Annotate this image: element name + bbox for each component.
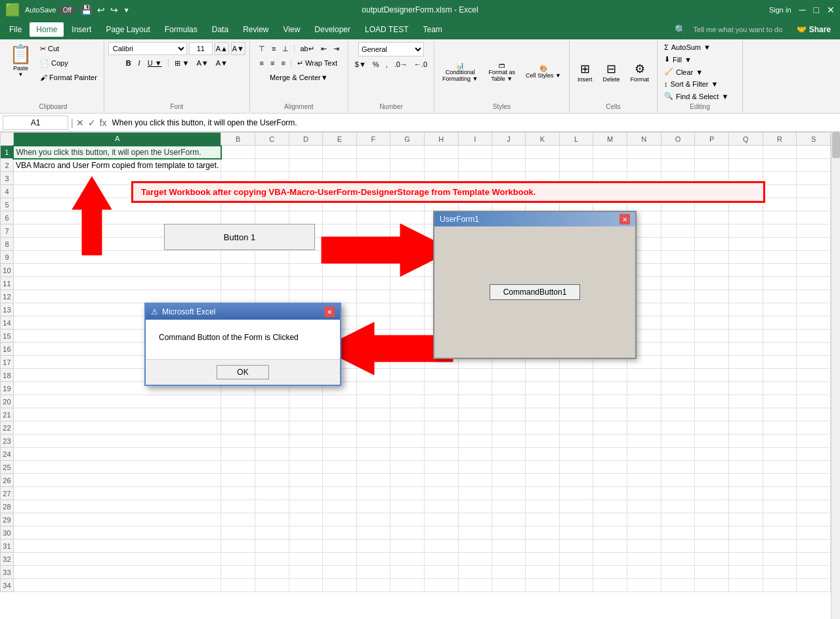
cell-Q23[interactable] — [728, 435, 763, 448]
cell-A34[interactable] — [13, 579, 220, 592]
col-header-N[interactable]: N — [627, 133, 661, 146]
cell-O25[interactable] — [661, 461, 695, 474]
cell-F2[interactable] — [356, 159, 390, 172]
command-button-1[interactable]: CommandButton1 — [490, 284, 581, 300]
cell-Q25[interactable] — [728, 461, 763, 474]
cell-S7[interactable] — [797, 224, 831, 238]
cell-C20[interactable] — [255, 395, 289, 408]
cell-J19[interactable] — [492, 382, 525, 395]
cell-N24[interactable] — [627, 448, 661, 461]
cell-I20[interactable] — [458, 395, 492, 408]
cell-P11[interactable] — [695, 277, 729, 290]
cell-O9[interactable] — [661, 251, 695, 264]
cell-C21[interactable] — [255, 408, 289, 421]
cell-S9[interactable] — [797, 251, 831, 264]
cell-E24[interactable] — [323, 448, 357, 461]
row-header-14[interactable]: 14 — [1, 316, 14, 330]
cell-B27[interactable] — [221, 487, 255, 500]
format-button[interactable]: ⚙ Format — [626, 60, 653, 84]
cell-E26[interactable] — [323, 474, 357, 487]
format-as-table-button[interactable]: 🗃 Format asTable ▼ — [484, 60, 519, 84]
cell-E32[interactable] — [323, 553, 357, 566]
cell-M21[interactable] — [593, 408, 627, 421]
cell-L34[interactable] — [559, 579, 593, 592]
cell-P17[interactable] — [695, 356, 729, 369]
cell-F24[interactable] — [356, 448, 390, 461]
col-header-I[interactable]: I — [458, 133, 492, 146]
cell-I32[interactable] — [458, 553, 492, 566]
cell-F31[interactable] — [356, 540, 390, 553]
cell-J34[interactable] — [492, 579, 525, 592]
row-header-7[interactable]: 7 — [1, 224, 14, 238]
cell-D10[interactable] — [289, 264, 323, 277]
cell-R5[interactable] — [763, 198, 797, 211]
cell-P21[interactable] — [695, 408, 729, 421]
cell-O32[interactable] — [661, 553, 695, 566]
cell-G27[interactable] — [390, 487, 425, 500]
share-button[interactable]: 🤝 Share — [790, 22, 837, 37]
col-header-Q[interactable]: Q — [728, 133, 763, 146]
cell-F22[interactable] — [356, 421, 390, 435]
menu-insert[interactable]: Insert — [65, 22, 98, 37]
cell-A32[interactable] — [13, 553, 220, 566]
cell-Q16[interactable] — [728, 343, 763, 356]
cell-M30[interactable] — [593, 526, 627, 540]
border-button[interactable]: ⊞ ▼ — [172, 56, 192, 70]
cell-Q12[interactable] — [728, 290, 763, 303]
col-header-F[interactable]: F — [356, 133, 390, 146]
cell-C30[interactable] — [255, 526, 289, 540]
cell-P7[interactable] — [695, 224, 729, 238]
cell-R24[interactable] — [763, 448, 797, 461]
col-header-J[interactable]: J — [492, 133, 525, 146]
row-header-18[interactable]: 18 — [1, 369, 14, 382]
cell-R8[interactable] — [763, 238, 797, 251]
cell-B22[interactable] — [221, 421, 255, 435]
cell-F21[interactable] — [356, 408, 390, 421]
cell-S13[interactable] — [797, 303, 831, 316]
cell-S14[interactable] — [797, 316, 831, 330]
excel-dialog-ok-button[interactable]: OK — [217, 365, 268, 379]
format-painter-button[interactable]: 🖌 Format Painter — [37, 71, 100, 84]
cell-P19[interactable] — [695, 382, 729, 395]
row-header-32[interactable]: 32 — [1, 553, 14, 566]
cell-S16[interactable] — [797, 343, 831, 356]
cell-P23[interactable] — [695, 435, 729, 448]
cell-K20[interactable] — [526, 395, 560, 408]
cell-Q1[interactable] — [728, 146, 763, 159]
cell-E20[interactable] — [323, 395, 357, 408]
cell-R21[interactable] — [763, 408, 797, 421]
cell-O33[interactable] — [661, 566, 695, 579]
cell-E28[interactable] — [323, 500, 357, 513]
cell-H30[interactable] — [424, 526, 458, 540]
sheet-button-1[interactable]: Button 1 — [164, 224, 315, 250]
row-header-27[interactable]: 27 — [1, 487, 14, 500]
row-header-34[interactable]: 34 — [1, 579, 14, 592]
cell-B26[interactable] — [221, 474, 255, 487]
cell-O24[interactable] — [661, 448, 695, 461]
col-header-E[interactable]: E — [323, 133, 357, 146]
col-header-S[interactable]: S — [797, 133, 831, 146]
cell-N30[interactable] — [627, 526, 661, 540]
cell-R4[interactable] — [763, 185, 797, 198]
cell-I22[interactable] — [458, 421, 492, 435]
cell-P1[interactable] — [695, 146, 729, 159]
cell-R34[interactable] — [763, 579, 797, 592]
row-header-20[interactable]: 20 — [1, 395, 14, 408]
cell-G29[interactable] — [390, 513, 425, 526]
row-header-1[interactable]: 1 — [1, 146, 14, 159]
cell-N32[interactable] — [627, 553, 661, 566]
cell-Q30[interactable] — [728, 526, 763, 540]
row-header-12[interactable]: 12 — [1, 290, 14, 303]
menu-home[interactable]: Home — [30, 22, 64, 37]
cell-K32[interactable] — [526, 553, 560, 566]
cell-M20[interactable] — [593, 395, 627, 408]
align-top-button[interactable]: ⊤ — [256, 42, 268, 55]
row-header-4[interactable]: 4 — [1, 185, 14, 198]
cell-B28[interactable] — [221, 500, 255, 513]
cell-N23[interactable] — [627, 435, 661, 448]
cell-O31[interactable] — [661, 540, 695, 553]
cell-O17[interactable] — [661, 356, 695, 369]
cell-S21[interactable] — [797, 408, 831, 421]
cell-J2[interactable] — [492, 159, 525, 172]
cell-M22[interactable] — [593, 421, 627, 435]
